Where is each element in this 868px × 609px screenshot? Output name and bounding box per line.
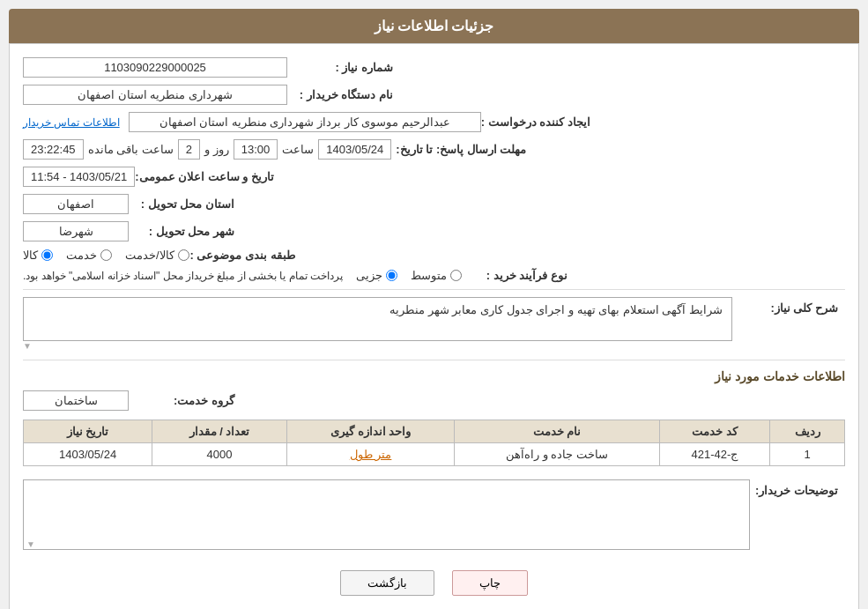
category-label-goods: کالا — [23, 249, 38, 262]
deadline-time: 13:00 — [234, 139, 278, 160]
col-quantity: تعداد / مقدار — [152, 420, 287, 443]
deadline-time-label: ساعت — [282, 143, 314, 156]
table-header-row: ردیف کد خدمت نام خدمت واحد اندازه گیری ت… — [24, 420, 845, 443]
deadline-date: 1403/05/24 — [318, 139, 391, 160]
col-row-num: ردیف — [770, 420, 845, 443]
buyer-row: نام دستگاه خریدار : شهرداری منطریه استان… — [23, 85, 845, 105]
announce-row: تاریخ و ساعت اعلان عمومی: 1403/05/21 - 1… — [23, 167, 845, 187]
purchase-note: پرداخت تمام یا بخشی از مبلغ خریداز محل "… — [23, 270, 343, 282]
col-date-needed: تاریخ نیاز — [24, 420, 152, 443]
print-button[interactable]: چاپ — [452, 570, 528, 596]
page-header: جزئیات اطلاعات نیاز — [9, 9, 859, 43]
cell-unit[interactable]: متر طول — [286, 443, 455, 466]
city-label: شهر محل تحویل : — [129, 225, 234, 238]
deadline-row: مهلت ارسال پاسخ: تا تاریخ: 1403/05/24 سا… — [23, 139, 845, 160]
category-row: طبقه بندی موضوعی : کالا/خدمت خدمت کالا — [23, 249, 845, 262]
category-label-service: خدمت — [66, 249, 97, 262]
creator-row: ایجاد کننده درخواست : عبدالرحیم موسوی کا… — [23, 112, 845, 132]
announce-value: 1403/05/21 - 11:54 — [23, 167, 135, 187]
cell-quantity: 4000 — [152, 443, 287, 466]
purchase-option-medium[interactable]: متوسط — [411, 269, 462, 282]
buyer-desc-section: توضیحات خریدار: ▼ — [23, 479, 845, 553]
deadline-days: 2 — [178, 139, 200, 160]
announce-label: تاریخ و ساعت اعلان عمومی: — [135, 170, 274, 183]
category-radio-service[interactable] — [100, 249, 112, 261]
category-option-goods-service[interactable]: کالا/خدمت — [125, 249, 189, 262]
cell-service-code: ج-42-421 — [659, 443, 769, 466]
order-number-row: شماره نیاز : 1103090229000025 — [23, 57, 845, 78]
city-row: شهر محل تحویل : شهرضا — [23, 221, 845, 241]
services-table-section: ردیف کد خدمت نام خدمت واحد اندازه گیری ت… — [23, 420, 845, 466]
cell-service-name: ساخت جاده و راه‌آهن — [455, 443, 659, 466]
deadline-days-label: روز و — [204, 143, 229, 156]
category-label: طبقه بندی موضوعی : — [189, 249, 295, 262]
table-row: 1 ج-42-421 ساخت جاده و راه‌آهن متر طول 4… — [24, 443, 845, 466]
col-service-code: کد خدمت — [659, 420, 769, 443]
general-desc-value: شرایط آگهی استعلام بهای تهیه و اجرای جدو… — [23, 297, 732, 341]
category-label-goods-service: کالا/خدمت — [125, 249, 174, 262]
col-unit: واحد اندازه گیری — [286, 420, 455, 443]
services-section-title: اطلاعات خدمات مورد نیاز — [23, 369, 845, 383]
main-panel: شماره نیاز : 1103090229000025 نام دستگاه… — [9, 43, 859, 609]
purchase-label-minor: جزیی — [356, 269, 382, 282]
category-radio-goods[interactable] — [41, 249, 53, 261]
creator-label: ایجاد کننده درخواست : — [481, 115, 590, 129]
purchase-type-row: نوع فرآیند خرید : متوسط جزیی پرداخت تمام… — [23, 269, 845, 282]
cell-date-needed: 1403/05/24 — [24, 443, 152, 466]
general-desc-label: شرح کلی نیاز: — [732, 301, 838, 315]
province-label: استان محل تحویل : — [129, 197, 234, 211]
bottom-buttons: چاپ بازگشت — [23, 570, 845, 596]
order-number-value: 1103090229000025 — [23, 57, 287, 78]
province-row: استان محل تحویل : اصفهان — [23, 194, 845, 214]
buyer-desc-label: توضیحات خریدار: — [750, 479, 838, 497]
purchase-label-medium: متوسط — [411, 269, 447, 282]
purchase-type-label: نوع فرآیند خرید : — [462, 269, 568, 282]
service-group-label: گروه خدمت: — [129, 394, 234, 407]
page-title: جزئیات اطلاعات نیاز — [375, 19, 494, 33]
services-table: ردیف کد خدمت نام خدمت واحد اندازه گیری ت… — [23, 420, 845, 466]
category-radio-goods-service[interactable] — [178, 249, 189, 261]
purchase-radio-minor[interactable] — [386, 270, 397, 281]
category-radio-group: کالا/خدمت خدمت کالا — [23, 249, 189, 262]
province-value: اصفهان — [23, 194, 129, 214]
buyer-desc-input[interactable] — [23, 479, 750, 550]
buyer-desc-container: ▼ — [23, 479, 750, 553]
back-button[interactable]: بازگشت — [340, 570, 434, 596]
contact-link[interactable]: اطلاعات تماس خریدار — [23, 116, 120, 129]
service-group-value: ساختمان — [23, 390, 129, 411]
buyer-label: نام دستگاه خریدار : — [287, 88, 393, 101]
purchase-radio-medium[interactable] — [450, 270, 462, 281]
creator-value: عبدالرحیم موسوی کار برداز شهرداری منطریه… — [129, 112, 481, 132]
category-option-goods[interactable]: کالا — [23, 249, 53, 262]
category-option-service[interactable]: خدمت — [66, 249, 112, 262]
service-group-row: گروه خدمت: ساختمان — [23, 390, 845, 411]
page-container: جزئیات اطلاعات نیاز شماره نیاز : 1103090… — [0, 0, 868, 609]
cell-row-num: 1 — [770, 443, 845, 466]
purchase-option-minor[interactable]: جزیی — [356, 269, 397, 282]
city-value: شهرضا — [23, 221, 129, 241]
general-desc-row: شرح کلی نیاز: شرایط آگهی استعلام بهای ته… — [23, 297, 845, 351]
col-service-name: نام خدمت — [455, 420, 659, 443]
remaining-time: 23:22:45 — [23, 139, 84, 160]
general-desc-container: شرایط آگهی استعلام بهای تهیه و اجرای جدو… — [23, 297, 732, 351]
buyer-value: شهرداری منطریه استان اصفهان — [23, 85, 287, 105]
order-number-label: شماره نیاز : — [287, 61, 393, 74]
purchase-type-radio-group: متوسط جزیی — [356, 269, 462, 282]
remaining-label: ساعت باقی مانده — [88, 143, 174, 156]
deadline-label: مهلت ارسال پاسخ: تا تاریخ: — [396, 143, 526, 156]
